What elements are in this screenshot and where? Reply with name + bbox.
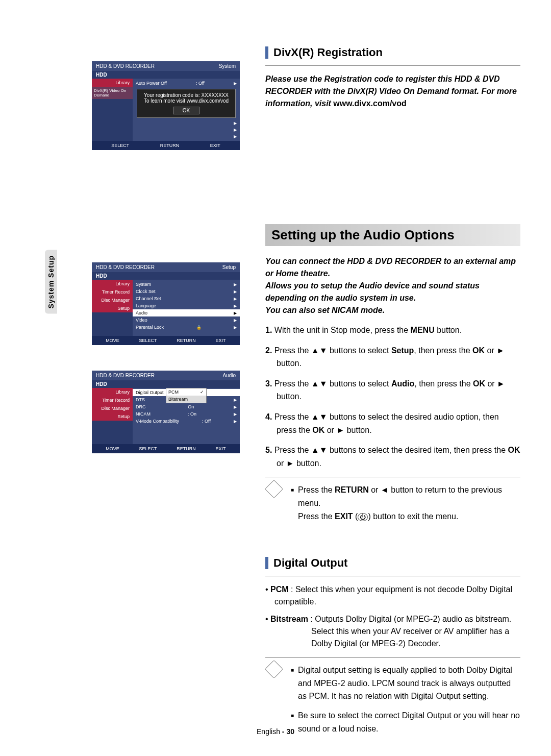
osd-corner: Setup <box>222 264 236 270</box>
step-1: 1. With the unit in Stop mode, press the… <box>265 324 520 337</box>
menu-item[interactable]: NICAM <box>136 411 151 417</box>
bullet-bitstream: • Bitstream : Outputs Dolby Digital (or … <box>265 613 520 650</box>
osd-row-value: : Off <box>196 81 205 86</box>
heading-bar-icon <box>265 557 268 569</box>
osd-sidebar-timer[interactable]: Timer Record <box>92 288 133 296</box>
osd-hdd-label: HDD <box>92 272 240 280</box>
osd-footer-select: SELECT <box>139 338 157 343</box>
chevron-right-icon: ▶ <box>234 128 237 132</box>
osd-corner: Audio <box>222 373 236 378</box>
heading-text: DivX(R) Registration <box>273 46 383 59</box>
menu-item[interactable]: System <box>136 282 151 287</box>
chevron-right-icon: ▶ <box>234 282 237 287</box>
chevron-right-icon: ▶ <box>234 121 237 126</box>
chevron-right-icon: ▶ <box>234 311 237 315</box>
osd-sidebar-setup[interactable]: Setup <box>92 304 133 312</box>
osd-hdd-label: HDD <box>92 71 240 79</box>
audio-section: Setting up the Audio Options You can con… <box>265 224 520 531</box>
menu-item-audio[interactable]: Audio <box>136 310 147 315</box>
osd-sidebar-library[interactable]: Library <box>92 280 133 288</box>
osd-setup-audio: HDD & DVD RECORDER Setup HDD Library Tim… <box>92 262 240 345</box>
menu-item[interactable]: Clock Set <box>136 289 156 294</box>
bullet-pcm: • PCM : Select this when your equipment … <box>265 583 520 608</box>
osd-hdd-label: HDD <box>92 380 240 388</box>
digital-heading: Digital Output <box>265 556 520 570</box>
right-column: DivX(R) Registration Please use the Regi… <box>265 46 520 743</box>
osd-title: HDD & DVD RECORDER <box>96 264 155 270</box>
audio-note: ■Press the RETURN or ◄ button to return … <box>265 477 520 531</box>
menu-item[interactable]: Language <box>136 303 156 308</box>
osd-sidebar-library[interactable]: Library <box>92 79 133 87</box>
osd-audio-digital-output: HDD & DVD RECORDER Audio HDD Library Tim… <box>92 371 240 453</box>
osd-footer-move: MOVE <box>106 446 119 451</box>
osd-footer-return: RETURN <box>160 143 180 148</box>
osd-title: HDD & DVD RECORDER <box>96 63 155 69</box>
menu-item[interactable]: Channel Set <box>136 296 161 301</box>
osd-sidebar-timer[interactable]: Timer Record <box>92 396 133 404</box>
menu-value: : On <box>188 411 196 417</box>
osd-corner: System <box>219 63 236 69</box>
chevron-right-icon: ▶ <box>234 134 237 139</box>
dialog-line-1: Your registration code is: XXXXXXXX <box>140 92 232 98</box>
digital-bullets: • PCM : Select this when your equipment … <box>265 583 520 650</box>
chevron-right-icon: ▶ <box>234 81 237 86</box>
page-footer: English - 30 <box>257 727 294 736</box>
step-5: 5. Press the ▲▼ buttons to select the de… <box>265 444 520 470</box>
chevron-right-icon: ▶ <box>234 419 237 424</box>
popup-pcm[interactable]: PCM <box>168 389 179 395</box>
square-bullet-icon: ■ <box>291 486 294 523</box>
digital-note: ■Digital output setting is equally appli… <box>265 657 520 743</box>
heading-text: Digital Output <box>273 556 347 570</box>
exit-circle-icon: ⏻ <box>358 513 368 521</box>
osd-footer-return: RETURN <box>177 338 196 343</box>
popup-bitstream[interactable]: Bitstream <box>168 397 188 402</box>
osd-footer-exit: EXIT <box>210 143 220 148</box>
osd-ok-button[interactable]: OK <box>173 107 199 114</box>
chevron-right-icon: ▶ <box>234 297 237 301</box>
osd-sidebar-setup[interactable]: Setup <box>92 412 133 421</box>
digital-output-popup: PCM✓ Bitstream <box>166 388 207 403</box>
osd-footer-return: RETURN <box>177 446 196 451</box>
side-tab: System Setup <box>45 250 57 314</box>
menu-item[interactable]: V-Mode Compatibility <box>136 419 179 424</box>
chevron-right-icon: ▶ <box>234 405 237 409</box>
step-4: 4. Press the ▲▼ buttons to select the de… <box>265 410 520 436</box>
audio-intro: You can connect the HDD & DVD RECORDER t… <box>265 255 520 316</box>
chevron-right-icon: ▶ <box>234 325 237 330</box>
osd-sidebar-divx[interactable]: DivX(R) Video On Demand <box>92 87 133 99</box>
menu-value: : Off <box>202 419 211 424</box>
chevron-right-icon: ▶ <box>234 318 237 323</box>
menu-item[interactable]: Video <box>136 318 147 323</box>
menu-value: : On <box>185 404 194 409</box>
osd-footer-select: SELECT <box>139 446 157 451</box>
square-bullet-icon: ■ <box>291 666 294 703</box>
check-icon: ✓ <box>200 389 204 395</box>
chevron-right-icon: ▶ <box>234 412 237 417</box>
chevron-right-icon: ▶ <box>234 398 237 402</box>
osd-footer-exit: EXIT <box>216 446 226 451</box>
lock-icon <box>196 325 202 330</box>
osd-footer-exit: EXIT <box>216 338 226 343</box>
osd-sidebar-library[interactable]: Library <box>92 388 133 396</box>
menu-item[interactable]: DTS <box>136 397 145 402</box>
divx-heading: DivX(R) Registration <box>265 46 520 59</box>
divx-intro: Please use the Registration code to regi… <box>265 73 520 110</box>
osd-sidebar-disc[interactable]: Disc Manager <box>92 296 133 304</box>
step-3: 3. Press the ▲▼ buttons to select Audio,… <box>265 377 520 403</box>
menu-item[interactable]: Parental Lock <box>136 325 164 330</box>
menu-item-digital-output[interactable]: Digital Output <box>136 390 164 395</box>
audio-steps: 1. With the unit in Stop mode, press the… <box>265 324 520 470</box>
heading-bar-icon <box>265 46 268 59</box>
osd-divx-dialog: Your registration code is: XXXXXXXX To l… <box>137 89 236 118</box>
osd-sidebar-disc[interactable]: Disc Manager <box>92 404 133 412</box>
audio-title: Setting up the Audio Options <box>265 224 520 246</box>
osd-divx-registration: HDD & DVD RECORDER System HDD Library Di… <box>92 61 240 150</box>
menu-item[interactable]: DRC <box>136 404 146 409</box>
chevron-right-icon: ▶ <box>234 289 237 294</box>
osd-title: HDD & DVD RECORDER <box>96 373 155 378</box>
osd-footer-move: MOVE <box>106 338 119 343</box>
page-wrap: HDD & DVD RECORDER System HDD Library Di… <box>92 46 520 743</box>
osd-row-label: Auto Power Off <box>136 81 167 86</box>
step-2: 2. Press the ▲▼ buttons to select Setup,… <box>265 344 520 370</box>
left-column: HDD & DVD RECORDER System HDD Library Di… <box>92 46 245 743</box>
